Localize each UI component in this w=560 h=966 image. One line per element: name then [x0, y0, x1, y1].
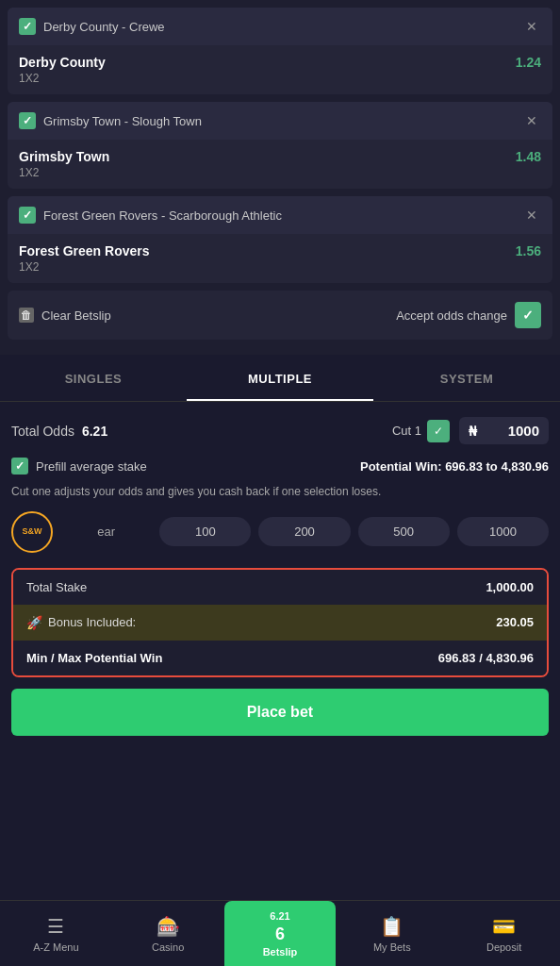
accept-odds-checkbox[interactable]	[515, 302, 541, 328]
bonus-label: 🚀 Bonus Included:	[26, 615, 136, 630]
stake-input[interactable]	[483, 423, 539, 439]
total-odds-label: Total Odds	[11, 424, 74, 439]
total-stake-row: Total Stake 1,000.00	[13, 570, 547, 605]
nav-az-menu[interactable]: ☰ A-Z Menu	[0, 901, 112, 966]
summary-box: Total Stake 1,000.00 🚀 Bonus Included: 2…	[11, 568, 549, 677]
bet-card-1-header: Derby County - Crewe ✕	[8, 8, 552, 45]
clear-betslip-row: 🗑 Clear Betslip Accept odds change	[8, 291, 552, 340]
nav-deposit[interactable]: 💳 Deposit	[448, 901, 560, 966]
stake-input-wrap: ₦	[459, 417, 549, 444]
nav-mybets[interactable]: 📋 My Bets	[336, 901, 448, 966]
quick-stake-clear-btn[interactable]: ear	[60, 517, 152, 546]
bet1-team: Derby County	[19, 55, 106, 70]
clear-left: 🗑 Clear Betslip	[19, 308, 111, 323]
prefill-label: Prefill average stake	[36, 459, 147, 474]
betslip-label: Betslip	[263, 946, 298, 958]
bonus-row: 🚀 Bonus Included: 230.05	[13, 605, 547, 641]
bet3-close-btn[interactable]: ✕	[522, 206, 541, 225]
nav-casino[interactable]: 🎰 Casino	[112, 901, 224, 966]
casino-label: Casino	[152, 941, 184, 953]
bet1-close-btn[interactable]: ✕	[522, 17, 541, 36]
prefill-checkbox[interactable]	[11, 458, 28, 475]
bet1-selection: Derby County 1X2	[19, 55, 106, 85]
rocket-icon: 🚀	[26, 615, 42, 630]
total-stake-value: 1,000.00	[486, 580, 534, 594]
accept-odds-row: Accept odds change	[396, 302, 541, 328]
bet-card-1: Derby County - Crewe ✕ Derby County 1X2 …	[8, 8, 552, 94]
page-content: Derby County - Crewe ✕ Derby County 1X2 …	[0, 0, 560, 834]
bet-card-3: Forest Green Rovers - Scarborough Athlet…	[8, 196, 552, 283]
bet3-checkbox[interactable]	[19, 207, 36, 224]
bet2-close-btn[interactable]: ✕	[522, 111, 541, 130]
bet3-selection: Forest Green Rovers 1X2	[19, 243, 150, 274]
betslip-area: Derby County - Crewe ✕ Derby County 1X2 …	[0, 0, 560, 355]
deposit-icon: 💳	[492, 915, 516, 938]
casino-icon: 🎰	[156, 915, 180, 938]
mybets-icon: 📋	[380, 915, 404, 938]
mybets-label: My Bets	[373, 941, 411, 953]
clear-betslip-label[interactable]: Clear Betslip	[41, 308, 111, 323]
odds-stake-row: Total Odds 6.21 Cut 1 ₦	[11, 417, 549, 444]
bet1-market: 1X2	[19, 72, 106, 85]
quick-stake-500-btn[interactable]: 500	[358, 517, 450, 546]
quick-stake-100-btn[interactable]: 100	[159, 517, 251, 546]
bet-card-2: Grimsby Town - Slough Town ✕ Grimsby Tow…	[8, 102, 552, 189]
deposit-label: Deposit	[486, 941, 521, 953]
min-max-value: 696.83 / 4,830.96	[438, 651, 534, 665]
saw-logo: S&W	[11, 511, 53, 553]
bet3-odds: 1.56	[516, 243, 541, 258]
tab-multiple[interactable]: MULTIPLE	[187, 358, 373, 401]
bet-tabs: SINGLES MULTIPLE SYSTEM	[0, 358, 560, 402]
betting-controls: Total Odds 6.21 Cut 1 ₦ Prefill average …	[0, 402, 560, 758]
place-bet-button[interactable]: Place bet	[11, 689, 549, 736]
bet-card-2-header: Grimsby Town - Slough Town ✕	[8, 102, 552, 140]
bottom-nav: ☰ A-Z Menu 🎰 Casino 6.21 6 Betslip 📋 My …	[0, 900, 560, 966]
tab-singles[interactable]: SINGLES	[0, 358, 187, 401]
bet1-odds: 1.24	[516, 55, 541, 70]
cut-label: Cut 1	[392, 424, 421, 438]
bet3-body: Forest Green Rovers 1X2 1.56	[8, 234, 552, 283]
bet1-match: Derby County - Crewe	[43, 20, 515, 34]
bet2-match: Grimsby Town - Slough Town	[43, 114, 515, 128]
bet3-market: 1X2	[19, 260, 150, 274]
bet3-match: Forest Green Rovers - Scarborough Athlet…	[43, 208, 515, 223]
nav-betslip[interactable]: 6.21 6 Betslip	[224, 901, 337, 966]
total-odds-section: Total Odds 6.21	[11, 424, 107, 439]
naira-symbol: ₦	[469, 424, 477, 439]
tab-system[interactable]: SYSTEM	[373, 358, 560, 401]
az-menu-label: A-Z Menu	[33, 941, 78, 953]
bet-card-3-header: Forest Green Rovers - Scarborough Athlet…	[8, 196, 552, 234]
quick-stake-200-btn[interactable]: 200	[258, 517, 350, 546]
min-max-row: Min / Max Potential Win 696.83 / 4,830.9…	[13, 641, 547, 675]
bet2-checkbox[interactable]	[19, 112, 36, 129]
bet3-team: Forest Green Rovers	[19, 243, 150, 258]
quick-stakes-row: S&W ear 100 200 500 1000	[11, 511, 549, 553]
az-menu-icon: ☰	[47, 915, 64, 938]
total-stake-label: Total Stake	[26, 580, 87, 594]
bet2-body: Grimsby Town 1X2 1.48	[8, 140, 552, 189]
potential-win-range: 696.83 to 4,830.96	[445, 459, 549, 474]
bet1-body: Derby County 1X2 1.24	[8, 45, 552, 94]
bet2-selection: Grimsby Town 1X2	[19, 149, 109, 179]
bet2-market: 1X2	[19, 166, 109, 179]
bet1-checkbox[interactable]	[19, 18, 36, 35]
cut-checkbox[interactable]	[427, 420, 450, 442]
potential-win-label: Potential Win:	[360, 459, 442, 474]
total-odds-value: 6.21	[82, 424, 107, 439]
quick-stake-1000-btn[interactable]: 1000	[457, 517, 549, 546]
betslip-count-badge: 6	[275, 925, 285, 942]
cut-info-text: Cut one adjusts your odds and gives you …	[11, 484, 549, 500]
prefill-left: Prefill average stake	[11, 458, 147, 475]
potential-win-display: Potential Win: 696.83 to 4,830.96	[360, 459, 549, 474]
min-max-label: Min / Max Potential Win	[26, 651, 162, 665]
cut-section: Cut 1	[392, 420, 450, 442]
bet2-team: Grimsby Town	[19, 149, 109, 164]
trash-icon: 🗑	[19, 308, 34, 323]
bet2-odds: 1.48	[516, 149, 541, 164]
betslip-odds-display: 6.21	[270, 910, 289, 922]
accept-odds-label: Accept odds change	[396, 308, 507, 323]
bonus-value: 230.05	[496, 615, 534, 629]
prefill-row: Prefill average stake Potential Win: 696…	[11, 458, 549, 475]
